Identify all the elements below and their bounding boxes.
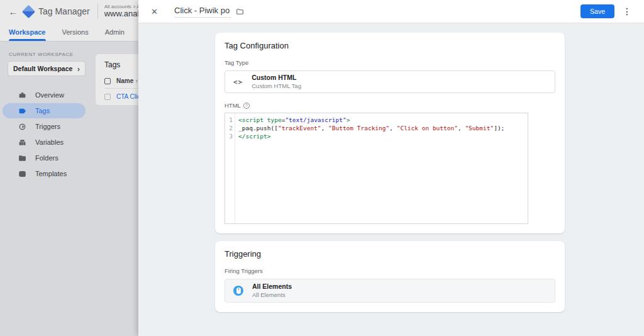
triggering-heading: Triggering (225, 249, 555, 259)
trigger-name: All Elements (252, 283, 292, 291)
triggering-card: Triggering Firing Triggers All Elements … (215, 241, 565, 312)
tag-configuration-heading: Tag Configuration (225, 41, 555, 50)
panel-header: ✕ Click - Piwik po Save ⋮ (138, 0, 644, 23)
tag-name-field-wrap: Click - Piwik po (174, 6, 244, 18)
mouse-click-icon (233, 286, 243, 296)
code-brackets-icon: <> (233, 78, 243, 86)
help-icon[interactable]: ? (243, 103, 250, 109)
tag-type-desc: Custom HTML Tag (252, 82, 301, 90)
close-icon[interactable]: ✕ (151, 7, 161, 16)
save-button[interactable]: Save (580, 4, 614, 18)
more-options-icon[interactable]: ⋮ (623, 6, 631, 16)
tag-name-field[interactable]: Click - Piwik po (174, 6, 231, 18)
folder-icon[interactable] (236, 8, 244, 16)
code-content[interactable]: <script type="text/javascript">_paq.push… (235, 113, 504, 223)
trigger-desc: All Elements (252, 291, 292, 299)
code-line: <script type="text/javascript"> (238, 116, 504, 124)
line-number-gutter: 123 (225, 113, 235, 223)
tag-type-row[interactable]: <> Custom HTML Custom HTML Tag (225, 70, 555, 93)
code-line: _paq.push(["trackEvent", "Buttom Trackin… (238, 124, 504, 132)
html-code-editor[interactable]: 123 <script type="text/javascript">_paq.… (225, 113, 528, 224)
firing-triggers-label: Firing Triggers (225, 267, 555, 274)
tag-type-text: Custom HTML Custom HTML Tag (252, 74, 301, 90)
tag-configuration-card: Tag Configuration Tag Type <> Custom HTM… (215, 33, 565, 233)
panel-body: Tag Configuration Tag Type <> Custom HTM… (138, 23, 644, 336)
trigger-text: All Elements All Elements (252, 283, 292, 299)
tag-type-label: Tag Type (225, 59, 555, 66)
html-field-label: HTML ? (225, 102, 555, 109)
code-line: </script> (238, 132, 504, 140)
tag-type-name: Custom HTML (252, 74, 301, 82)
trigger-row-all-elements[interactable]: All Elements All Elements (225, 279, 555, 303)
tag-editor-panel: ✕ Click - Piwik po Save ⋮ Tag Configurat… (138, 0, 644, 336)
